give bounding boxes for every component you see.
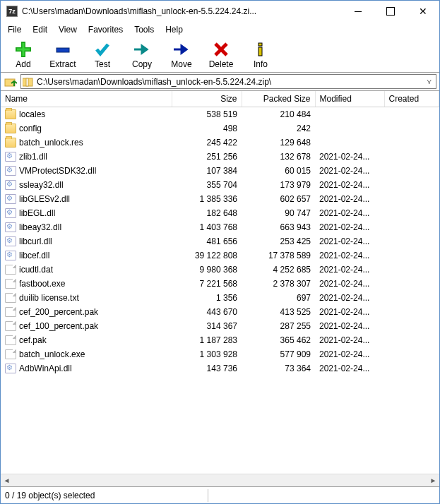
file-list[interactable]: Name Size Packed Size Modified Created l… (1, 91, 439, 474)
file-packed: 253 425 (242, 234, 315, 248)
file-size: 498 (172, 121, 242, 136)
menu-help[interactable]: Help (160, 23, 189, 36)
file-size: 1 385 336 (172, 192, 242, 206)
file-modified: 2021-02-24... (315, 277, 384, 291)
table-row[interactable]: config498242 (1, 121, 439, 136)
file-created (384, 178, 439, 192)
up-folder-button[interactable] (4, 76, 18, 88)
file-modified: 2021-02-24... (315, 291, 384, 305)
col-packed[interactable]: Packed Size (242, 91, 315, 107)
copy-button[interactable]: Copy (124, 40, 160, 71)
extract-button[interactable]: Extract (44, 40, 81, 71)
scroll-track[interactable] (13, 474, 427, 486)
file-icon (5, 265, 16, 275)
file-modified: 2021-02-24... (315, 248, 384, 263)
scroll-left-icon[interactable]: ◄ (1, 474, 13, 486)
table-row[interactable]: cef_100_percent.pak314 367287 2552021-02… (1, 319, 439, 333)
file-name: fastboot.exe (19, 279, 65, 289)
table-row[interactable]: icudtl.dat9 980 3684 252 6852021-02-24..… (1, 263, 439, 277)
menu-view[interactable]: View (53, 23, 83, 36)
file-packed: 60 015 (242, 164, 315, 178)
table-row[interactable]: batch_unlock.res245 422129 648 (1, 136, 439, 150)
file-icon (5, 335, 16, 345)
menu-favorites[interactable]: Favorites (83, 23, 129, 36)
file-icon (5, 251, 16, 260)
table-row[interactable]: libcef.dll39 122 80817 378 5892021-02-24… (1, 248, 439, 263)
table-row[interactable]: cef_200_percent.pak443 670413 5252021-02… (1, 305, 439, 319)
horizontal-scrollbar[interactable]: ◄ ► (1, 474, 439, 486)
file-size: 1 187 283 (172, 333, 242, 347)
file-modified: 2021-02-24... (315, 178, 384, 192)
file-created (384, 121, 439, 136)
file-icon (5, 180, 16, 190)
table-row[interactable]: cef.pak1 187 283365 4622021-02-24... (1, 333, 439, 347)
file-packed: 663 943 (242, 220, 315, 234)
table-row[interactable]: duilib license.txt1 3566972021-02-24... (1, 291, 439, 305)
archive-icon (23, 77, 34, 87)
scroll-right-icon[interactable]: ► (427, 474, 439, 486)
file-created (384, 277, 439, 291)
file-packed: 73 364 (242, 361, 315, 376)
info-button[interactable]: Info (242, 40, 279, 71)
file-modified: 2021-02-24... (315, 361, 384, 376)
folder-icon (5, 138, 16, 148)
file-name: icudtl.dat (19, 265, 53, 275)
file-modified: 2021-02-24... (315, 150, 384, 164)
file-packed: 287 255 (242, 319, 315, 333)
file-packed: 17 378 589 (242, 248, 315, 263)
test-button[interactable]: Test (84, 40, 121, 71)
file-modified: 2021-02-24... (315, 206, 384, 220)
menu-edit[interactable]: Edit (27, 23, 53, 36)
file-modified: 2021-02-24... (315, 333, 384, 347)
path-bar: ⋎ (1, 73, 439, 91)
table-row[interactable]: VMProtectSDK32.dll107 38460 0152021-02-2… (1, 164, 439, 178)
table-row[interactable]: libcurl.dll481 656253 4252021-02-24... (1, 234, 439, 248)
col-size[interactable]: Size (172, 91, 242, 107)
file-created (384, 206, 439, 220)
maximize-button[interactable] (374, 1, 407, 22)
file-name: VMProtectSDK32.dll (19, 166, 96, 176)
close-button[interactable]: ✕ (407, 1, 439, 22)
table-row[interactable]: locales538 519210 484 (1, 107, 439, 122)
file-modified: 2021-02-24... (315, 164, 384, 178)
file-packed: 173 979 (242, 178, 315, 192)
file-name: batch_unlock.res (19, 138, 83, 148)
file-size: 39 122 808 (172, 248, 242, 263)
file-modified: 2021-02-24... (315, 305, 384, 319)
check-icon (94, 41, 111, 58)
file-name: libcurl.dll (19, 236, 52, 246)
add-button[interactable]: Add (5, 40, 42, 71)
table-row[interactable]: AdbWinApi.dll143 73673 3642021-02-24... (1, 361, 439, 376)
table-row[interactable]: libGLESv2.dll1 385 336602 6572021-02-24.… (1, 192, 439, 206)
col-name[interactable]: Name (1, 91, 172, 107)
menu-tools[interactable]: Tools (129, 23, 160, 36)
table-row[interactable]: libEGL.dll182 64890 7472021-02-24... (1, 206, 439, 220)
table-row[interactable]: batch_unlock.exe1 303 928577 9092021-02-… (1, 347, 439, 361)
file-created (384, 347, 439, 361)
file-created (384, 319, 439, 333)
delete-button[interactable]: Delete (203, 40, 239, 71)
file-name: cef_100_percent.pak (19, 321, 98, 331)
file-created (384, 220, 439, 234)
table-row[interactable]: zlib1.dll251 256132 6782021-02-24... (1, 150, 439, 164)
file-name: libEGL.dll (19, 208, 55, 218)
table-row[interactable]: ssleay32.dll355 704173 9792021-02-24... (1, 178, 439, 192)
path-dropdown-icon[interactable]: ⋎ (423, 78, 434, 85)
menu-file[interactable]: File (2, 23, 27, 36)
file-icon (5, 307, 16, 317)
col-modified[interactable]: Modified (315, 91, 384, 107)
table-row[interactable]: libeay32.dll1 403 768663 9432021-02-24..… (1, 220, 439, 234)
file-modified (315, 121, 384, 136)
file-name: batch_unlock.exe (19, 349, 85, 359)
minimize-button[interactable] (342, 1, 374, 22)
window-title: C:\Users\madan\Downloads\miflash_unlock-… (22, 6, 342, 16)
col-created[interactable]: Created (384, 91, 439, 107)
file-size: 7 221 568 (172, 277, 242, 291)
file-modified: 2021-02-24... (315, 263, 384, 277)
table-row[interactable]: fastboot.exe7 221 5682 378 3072021-02-24… (1, 277, 439, 291)
move-button[interactable]: Move (163, 40, 200, 71)
path-input[interactable] (37, 77, 423, 87)
path-field[interactable]: ⋎ (20, 74, 436, 89)
status-separator (208, 489, 210, 502)
folder-icon (5, 109, 16, 119)
